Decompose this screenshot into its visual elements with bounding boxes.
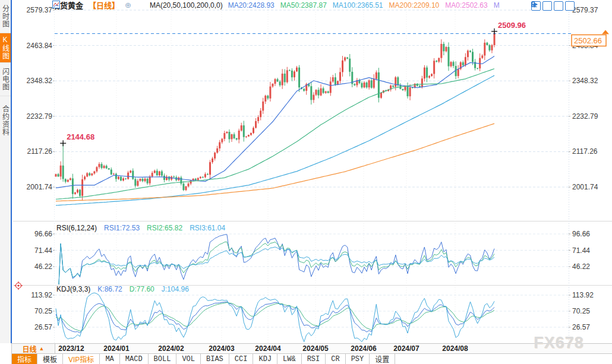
ma-line-MA20 [56,56,494,188]
x-axis-month-label: 2024/08 [442,344,468,353]
watermark: FX678 [534,334,584,352]
bottom-left-corner [0,343,12,364]
circle-plus-icon[interactable]: ⊕ [125,1,131,9]
svg-text:96.66: 96.66 [572,230,590,238]
svg-text:2579.37: 2579.37 [572,6,598,14]
ma-line-MA200 [56,124,494,201]
svg-text:2579.37: 2579.37 [27,6,53,14]
svg-text:2348.32: 2348.32 [27,77,53,85]
toolbar-item-VOL[interactable]: VOL [176,354,201,364]
x-axis-month-label: 2024/04 [255,344,280,353]
svg-text:2117.26: 2117.26 [572,147,598,156]
svg-text:70.25: 70.25 [34,307,52,315]
toolbar-item-RSI[interactable]: RSI [302,354,326,364]
compress-chart-icon[interactable] [542,1,552,11]
toolbar-item-指标[interactable]: 指标 [12,354,37,364]
x-axis-month-label: 2023/12 [58,344,84,353]
target-icon[interactable] [14,281,23,290]
expand-chart-icon[interactable] [554,1,563,11]
svg-text:2232.79: 2232.79 [572,112,598,121]
exit-chart-icon[interactable] [565,1,575,11]
svg-text:2463.84: 2463.84 [27,42,53,50]
left-sidebar: 分时图K线图闪电图合约资料 [0,0,12,343]
toolbar-item-CR[interactable]: CR [326,354,345,364]
svg-text:2348.32: 2348.32 [572,77,598,85]
x-axis-row: 日线 ▲ 2023/122024/012024/022024/032024/04… [12,343,612,354]
sidebar-tab-2[interactable]: K线图 [0,33,11,63]
toolbar-item-CCI[interactable]: CCI [229,354,254,364]
toolbar-item-BIAS[interactable]: BIAS [201,354,229,364]
period-selector-arrow-icon: ▲ [39,346,45,352]
rsi-label: RSI(6,12,24) [56,224,97,232]
svg-text:26.57: 26.57 [572,323,590,331]
sidebar-tab-3[interactable]: 闪电图 [0,63,11,96]
svg-text:2001.74: 2001.74 [27,183,53,191]
svg-text:71.44: 71.44 [34,246,52,255]
svg-text:71.44: 71.44 [572,246,590,255]
candlestick-series [55,31,496,201]
ma-value: MA100:2365.51 [333,1,383,10]
indicator-value: RSI1:72.53 [104,224,140,232]
toolbar-item-LW&[interactable]: LW& [277,354,302,364]
chart-toolbar-icons [531,1,575,11]
toolbar-item-模板[interactable]: 模板 [37,354,63,364]
x-axis-month-label: 2024/05 [302,344,328,353]
indicator-value: D:77.60 [130,285,154,293]
svg-text:26.57: 26.57 [34,323,52,331]
kdj-line-j [56,293,494,342]
ma-formula: MA(20,50,100,200,0,0) [150,1,223,10]
svg-text:2117.26: 2117.26 [27,147,53,156]
price-up-triangle-icon [602,30,609,34]
price-annotation: 2509.96 [498,21,526,30]
x-axis-month-label: 2024/01 [103,344,129,353]
x-axis-month-label: 2024/03 [209,344,234,353]
svg-text:46.22: 46.22 [572,262,590,271]
indicator-toolbar: 指标模板VIP指标MAMACDBOLLVOLBIASCCIKDJLW&RSICR… [12,354,612,364]
toolbar-item-设置[interactable]: 设置 [370,354,395,364]
ma-value: MA200:2209.10 [389,1,440,10]
toolbar-item-KDJ[interactable]: KDJ [253,354,277,364]
ma-value: MA20:2428.93 [228,1,275,10]
svg-text:113.92: 113.92 [572,291,594,299]
rsi-panel-header: RSI(6,12,24) RSI1:72.53RSI2:65.82RSI3:61… [56,224,225,232]
kdj-line-k [56,302,494,333]
sidebar-tab-4[interactable]: 合约资料 [0,96,11,145]
svg-text:46.22: 46.22 [34,262,52,271]
toolbar-item-BOLL[interactable]: BOLL [149,354,177,364]
indicator-value: RSI3:61.04 [190,224,225,232]
kdj-label: KDJ(9,3,3) [56,285,90,293]
svg-text:2232.79: 2232.79 [27,112,53,121]
x-axis-month-label: 2024/07 [393,344,419,353]
indicator-value: J:104.96 [162,285,189,293]
ma-value: MA50:2387.87 [280,1,327,10]
current-price-tag-value: 2502.66 [574,36,602,45]
indicator-chart-icon [137,1,144,9]
x-axis-month-label: 2024/02 [158,344,184,353]
period-selector-label: 日线 [23,344,37,354]
ma-value: M [494,1,500,10]
chart-region[interactable]: 2579.372579.372463.842463.842348.322348.… [12,0,612,343]
price-annotation: 2144.68 [67,132,94,141]
indicator-value: RSI2:65.82 [147,224,182,232]
period-tag: 【日线】 [89,0,119,11]
svg-text:70.25: 70.25 [572,307,590,315]
toolbar-item-MA[interactable]: MA [100,354,119,364]
x-axis-month-label: 2024/06 [351,344,376,353]
toolbar-item-VIP指标[interactable]: VIP指标 [63,354,100,364]
chart-header: 现货黄金 【日线】 ⊕ MA(20,50,100,200,0,0) MA20:2… [52,1,500,10]
ma-line-MA100 [56,75,494,205]
toolbar-item-MACD[interactable]: MACD [120,354,149,364]
period-selector[interactable]: 日线 ▲ [12,344,55,353]
kdj-line-d [56,303,494,331]
toolbar-item-PSY[interactable]: PSY [346,354,370,364]
svg-text:2001.74: 2001.74 [572,183,598,191]
ma-value: MA0:2502.63 [445,1,487,10]
svg-text:96.66: 96.66 [34,230,52,238]
kdj-panel-header: KDJ(9,3,3) K:86.72D:77.60J:104.96 [56,285,189,293]
indicator-value: K:86.72 [97,285,122,293]
ma-values: MA20:2428.93MA50:2387.87MA100:2365.51MA2… [228,1,500,10]
svg-text:113.92: 113.92 [31,291,52,299]
sidebar-tab-1[interactable]: 分时图 [0,0,11,33]
